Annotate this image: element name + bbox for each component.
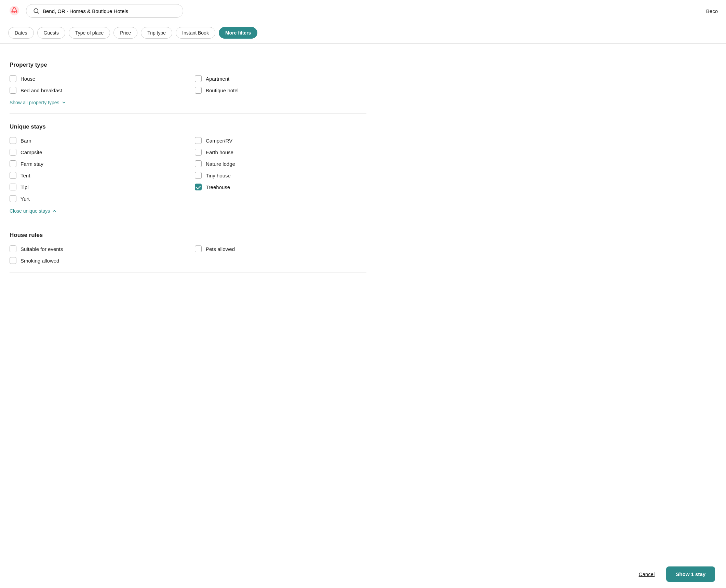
checkbox-item-tiny_house[interactable]: Tiny house xyxy=(195,172,366,179)
checkbox-item-tipi[interactable]: Tipi xyxy=(10,184,181,190)
search-bar[interactable] xyxy=(26,4,183,18)
checkbox-barn[interactable] xyxy=(10,137,16,144)
checkbox-bed_and_breakfast[interactable] xyxy=(10,87,16,94)
checkbox-label-tent: Tent xyxy=(21,173,30,178)
checkbox-boutique_hotel[interactable] xyxy=(195,87,202,94)
unique-stays-title: Unique stays xyxy=(10,123,366,130)
filter-btn-more_filters[interactable]: More filters xyxy=(219,27,257,39)
house-rules-title: House rules xyxy=(10,232,366,239)
filter-btn-dates[interactable]: Dates xyxy=(8,27,34,39)
search-icon xyxy=(33,8,39,14)
checkbox-label-boutique_hotel: Boutique hotel xyxy=(206,88,239,93)
svg-line-2 xyxy=(37,12,38,13)
checkbox-label-house: House xyxy=(21,76,35,82)
checkbox-farm_stay[interactable] xyxy=(10,160,16,167)
checkbox-label-tiny_house: Tiny house xyxy=(206,173,231,178)
checkbox-item-farm_stay[interactable]: Farm stay xyxy=(10,160,181,167)
checkbox-yurt[interactable] xyxy=(10,195,16,202)
checkbox-label-barn: Barn xyxy=(21,138,31,144)
checkbox-label-camper_rv: Camper/RV xyxy=(206,138,232,144)
airbnb-logo xyxy=(8,5,21,17)
checkbox-item-yurt[interactable]: Yurt xyxy=(10,195,181,202)
checkbox-item-suitable_for_events[interactable]: Suitable for events xyxy=(10,245,181,252)
checkbox-pets_allowed[interactable] xyxy=(195,245,202,252)
checkbox-label-tipi: Tipi xyxy=(21,184,29,190)
checkbox-apartment[interactable] xyxy=(195,75,202,82)
checkbox-campsite[interactable] xyxy=(10,149,16,156)
checkbox-label-bed_and_breakfast: Bed and breakfast xyxy=(21,88,62,93)
house-rules-section: House rules Suitable for eventsPets allo… xyxy=(10,222,366,272)
main-content: Property type HouseApartmentBed and brea… xyxy=(0,44,376,313)
header: Beco xyxy=(0,0,726,22)
checkbox-label-earth_house: Earth house xyxy=(206,149,233,155)
checkbox-label-pets_allowed: Pets allowed xyxy=(206,246,235,252)
checkbox-item-pets_allowed[interactable]: Pets allowed xyxy=(195,245,366,252)
checkbox-item-tent[interactable]: Tent xyxy=(10,172,181,179)
user-label: Beco xyxy=(706,8,718,14)
checkbox-item-house[interactable]: House xyxy=(10,75,181,82)
property-type-grid: HouseApartmentBed and breakfastBoutique … xyxy=(10,75,366,94)
checkbox-label-smoking_allowed: Smoking allowed xyxy=(21,258,59,264)
checkbox-label-campsite: Campsite xyxy=(21,149,42,155)
checkbox-label-nature_lodge: Nature lodge xyxy=(206,161,235,167)
property-type-title: Property type xyxy=(10,62,366,68)
checkbox-item-barn[interactable]: Barn xyxy=(10,137,181,144)
close-unique-stays-link[interactable]: Close unique stays xyxy=(10,208,57,214)
checkbox-tiny_house[interactable] xyxy=(195,172,202,179)
filter-btn-type_of_place[interactable]: Type of place xyxy=(69,27,110,39)
checkbox-camper_rv[interactable] xyxy=(195,137,202,144)
checkbox-earth_house[interactable] xyxy=(195,149,202,156)
filter-btn-price[interactable]: Price xyxy=(113,27,137,39)
property-type-section: Property type HouseApartmentBed and brea… xyxy=(10,52,366,114)
checkbox-item-apartment[interactable]: Apartment xyxy=(195,75,366,82)
chevron-up-icon xyxy=(52,209,57,213)
checkbox-tent[interactable] xyxy=(10,172,16,179)
filter-btn-guests[interactable]: Guests xyxy=(37,27,65,39)
checkbox-item-boutique_hotel[interactable]: Boutique hotel xyxy=(195,87,366,94)
checkbox-label-suitable_for_events: Suitable for events xyxy=(21,246,63,252)
unique-stays-grid: BarnCamper/RVCampsiteEarth houseFarm sta… xyxy=(10,137,366,202)
chevron-down-icon xyxy=(62,100,66,105)
checkbox-item-smoking_allowed[interactable]: Smoking allowed xyxy=(10,257,181,264)
checkbox-tipi[interactable] xyxy=(10,184,16,190)
checkbox-house[interactable] xyxy=(10,75,16,82)
checkbox-item-campsite[interactable]: Campsite xyxy=(10,149,181,156)
checkbox-label-yurt: Yurt xyxy=(21,196,30,202)
checkbox-label-apartment: Apartment xyxy=(206,76,229,82)
unique-stays-section: Unique stays BarnCamper/RVCampsiteEarth … xyxy=(10,114,366,222)
checkbox-item-earth_house[interactable]: Earth house xyxy=(195,149,366,156)
show-all-label: Show all property types xyxy=(10,100,59,105)
checkbox-item-nature_lodge[interactable]: Nature lodge xyxy=(195,160,366,167)
checkbox-label-farm_stay: Farm stay xyxy=(21,161,43,167)
svg-point-0 xyxy=(14,11,15,13)
filter-btn-instant_book[interactable]: Instant Book xyxy=(176,27,215,39)
checkbox-suitable_for_events[interactable] xyxy=(10,245,16,252)
filter-btn-trip_type[interactable]: Trip type xyxy=(141,27,172,39)
checkbox-treehouse[interactable] xyxy=(195,184,202,190)
search-input[interactable] xyxy=(43,8,176,14)
close-label: Close unique stays xyxy=(10,208,50,214)
checkbox-item-bed_and_breakfast[interactable]: Bed and breakfast xyxy=(10,87,181,94)
house-rules-grid: Suitable for eventsPets allowedSmoking a… xyxy=(10,245,366,264)
filter-bar: DatesGuestsType of placePriceTrip typeIn… xyxy=(0,22,726,44)
checkbox-nature_lodge[interactable] xyxy=(195,160,202,167)
checkbox-item-treehouse[interactable]: Treehouse xyxy=(195,184,366,190)
checkbox-label-treehouse: Treehouse xyxy=(206,184,230,190)
checkbox-smoking_allowed[interactable] xyxy=(10,257,16,264)
checkbox-item-camper_rv[interactable]: Camper/RV xyxy=(195,137,366,144)
show-all-property-types-link[interactable]: Show all property types xyxy=(10,100,66,105)
